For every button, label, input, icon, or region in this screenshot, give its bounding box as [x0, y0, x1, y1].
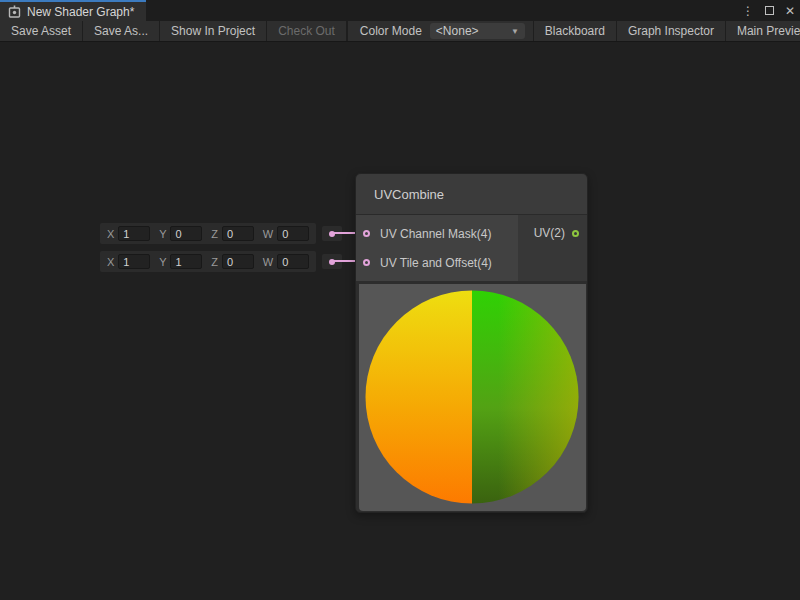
node-header[interactable]: UVCombine [356, 174, 587, 215]
input-port-label-1: UV Channel Mask(4) [380, 227, 491, 241]
y-field[interactable]: 0 [170, 226, 202, 241]
z-field[interactable]: 0 [222, 254, 254, 269]
input-port-row-2: UV Tile and Offset(4) [356, 248, 518, 277]
chevron-down-icon: ▼ [511, 27, 519, 36]
w-field[interactable]: 0 [277, 226, 309, 241]
blackboard-button[interactable]: Blackboard [533, 21, 617, 41]
x-field[interactable]: 1 [118, 254, 150, 269]
node-body: UV Channel Mask(4) UV Tile and Offset(4)… [356, 215, 587, 281]
w-label: W [263, 228, 273, 240]
shader-graph-icon [8, 5, 21, 18]
input-port-icon-1[interactable] [363, 230, 370, 237]
node-input-section: UV Channel Mask(4) UV Tile and Offset(4) [356, 215, 518, 281]
graph-inspector-button[interactable]: Graph Inspector [617, 21, 726, 41]
maximize-icon[interactable] [765, 6, 774, 15]
input-port-row-1: UV Channel Mask(4) [356, 219, 518, 248]
uv-preview-sphere [365, 290, 579, 504]
output-port-icon[interactable] [572, 230, 579, 237]
close-icon[interactable]: ✕ [785, 5, 795, 17]
color-mode-dropdown[interactable]: <None> ▼ [430, 23, 525, 39]
window-menu-icon[interactable]: ⋮ [742, 5, 754, 17]
node-output-section: UV(2) [518, 215, 587, 281]
color-mode-value: <None> [436, 24, 479, 38]
show-in-project-button[interactable]: Show In Project [160, 21, 267, 41]
input-port-icon-2[interactable] [363, 259, 370, 266]
toolbar: Save Asset Save As... Show In Project Ch… [0, 21, 800, 42]
tab-strip: New Shader Graph* ⋮ ✕ [0, 0, 800, 21]
z-label: Z [211, 228, 218, 240]
x-label: X [107, 256, 114, 268]
y-field[interactable]: 1 [170, 254, 202, 269]
w-field[interactable]: 0 [277, 254, 309, 269]
tab-new-shader-graph[interactable]: New Shader Graph* [0, 0, 146, 21]
input-port-label-2: UV Tile and Offset(4) [380, 256, 492, 270]
x-field[interactable]: 1 [118, 226, 150, 241]
z-field[interactable]: 0 [222, 226, 254, 241]
node-title: UVCombine [374, 187, 444, 202]
uvcombine-node[interactable]: UVCombine UV Channel Mask(4) UV Tile and… [355, 173, 588, 513]
y-label: Y [159, 228, 166, 240]
main-preview-button[interactable]: Main Preview [726, 21, 800, 41]
check-out-button: Check Out [267, 21, 347, 41]
vector4-input-row-2: X 1 Y 1 Z 0 W 0 [100, 251, 316, 272]
output-port-label: UV(2) [534, 226, 565, 240]
x-label: X [107, 228, 114, 240]
y-label: Y [159, 256, 166, 268]
save-as-button[interactable]: Save As... [83, 21, 160, 41]
save-asset-button[interactable]: Save Asset [0, 21, 83, 41]
node-preview [359, 284, 586, 511]
color-mode-group: Color Mode <None> ▼ [347, 21, 533, 41]
tab-title: New Shader Graph* [27, 5, 134, 19]
vector4-input-row-1: X 1 Y 0 Z 0 W 0 [100, 223, 316, 244]
w-label: W [263, 256, 273, 268]
color-mode-label: Color Mode [360, 24, 422, 38]
graph-canvas[interactable]: X 1 Y 0 Z 0 W 0 X 1 Y 1 Z 0 W 0 UVCombin… [0, 42, 800, 600]
z-label: Z [211, 256, 218, 268]
